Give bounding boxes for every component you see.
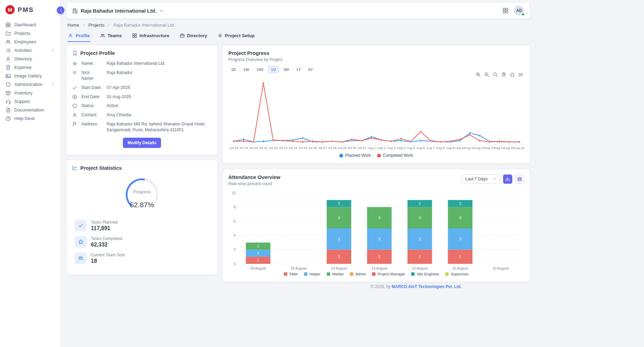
legend-marker bbox=[411, 272, 415, 276]
sidebar-item-label: Dashboard bbox=[14, 22, 55, 27]
svg-text:Jul 28: Jul 28 bbox=[328, 146, 336, 150]
profile-field-start-date: Start Date:07-Apr-2025 bbox=[72, 85, 212, 91]
tab-bar: ProfileTeamsInfrastructureDirectoryProje… bbox=[67, 31, 529, 42]
tab-profile[interactable]: Profile bbox=[67, 31, 91, 42]
progress-card-subtitle: Progress Overview by Project bbox=[228, 57, 524, 62]
range-button-1d[interactable]: 1D bbox=[228, 66, 239, 73]
tab-infrastructure[interactable]: Infrastructure bbox=[131, 31, 170, 42]
svg-text:Aug 5: Aug 5 bbox=[407, 146, 415, 150]
sidebar-item-documentation[interactable]: Documentation bbox=[0, 106, 60, 114]
zoom-in-icon[interactable] bbox=[476, 72, 481, 77]
svg-text:Aug 16: Aug 16 bbox=[514, 146, 524, 150]
bookmark-icon bbox=[72, 50, 78, 56]
legend-fitter[interactable]: Fitter bbox=[284, 272, 298, 276]
home-icon[interactable] bbox=[510, 72, 515, 77]
breadcrumb-item-home[interactable]: Home bbox=[67, 22, 79, 28]
svg-text:Aug 8: Aug 8 bbox=[436, 146, 445, 150]
legend-welder[interactable]: Welder bbox=[327, 272, 344, 276]
legend-helper[interactable]: Helper bbox=[304, 272, 320, 276]
attendance-bar-chart[interactable]: 024681011116 August15 August233114 Augus… bbox=[228, 189, 524, 271]
content-row: Project Profile Name:Raja Bahadur Intern… bbox=[67, 45, 530, 282]
help-icon bbox=[5, 116, 11, 121]
chevron-down-icon bbox=[493, 177, 497, 181]
sidebar-item-employees[interactable]: Employees bbox=[0, 37, 60, 46]
profile-fields: Name:Raja Bahadur International Ltd.Nick… bbox=[72, 61, 212, 133]
apps-grid-icon[interactable] bbox=[502, 7, 509, 14]
svg-text:3: 3 bbox=[459, 216, 461, 220]
stat-tasks-planned: Tasks Planned117,891 bbox=[75, 220, 212, 231]
svg-text:1: 1 bbox=[419, 201, 421, 206]
person-icon bbox=[72, 112, 77, 118]
sidebar-item-administration[interactable]: Administration bbox=[0, 80, 60, 89]
team-icon bbox=[75, 253, 86, 264]
table-view-toggle[interactable] bbox=[515, 175, 524, 184]
breadcrumb-item-projects[interactable]: Projects bbox=[88, 22, 104, 28]
svg-text:Aug 7: Aug 7 bbox=[426, 146, 435, 150]
svg-text:10: 10 bbox=[232, 191, 236, 195]
svg-text:Aug 14: Aug 14 bbox=[494, 146, 504, 150]
range-button-3m[interactable]: 3M bbox=[281, 66, 291, 73]
svg-text:3: 3 bbox=[338, 216, 340, 220]
sidebar-item-expense[interactable]: Expense bbox=[0, 63, 60, 72]
shield-icon bbox=[5, 82, 11, 87]
tab-project-setup[interactable]: Project Setup bbox=[217, 31, 255, 42]
legend-site-engineer[interactable]: Site Engineer bbox=[411, 272, 439, 276]
legend-supervisor[interactable]: Supervisor bbox=[445, 272, 469, 276]
legend-admin[interactable]: Admin bbox=[350, 272, 366, 276]
sidebar-item-label: Activities bbox=[14, 48, 47, 53]
footer-company-link[interactable]: MARCO AIoT Technologies Pvt. Ltd. bbox=[392, 284, 462, 289]
zoom-out-icon[interactable] bbox=[484, 72, 489, 77]
menu-icon[interactable] bbox=[518, 72, 524, 77]
chart-toolbar bbox=[476, 72, 524, 77]
sidebar-item-support[interactable]: Support bbox=[0, 97, 60, 106]
legend-label: Admin bbox=[355, 272, 366, 276]
receipt-icon bbox=[5, 65, 11, 70]
svg-text:Jul 26: Jul 26 bbox=[308, 146, 317, 150]
list-icon bbox=[5, 48, 11, 53]
tab-teams[interactable]: Teams bbox=[99, 31, 123, 42]
date-range-select[interactable]: Last 7 Days bbox=[462, 174, 500, 184]
sidebar-item-image-gallery[interactable]: Image Gallery bbox=[0, 72, 60, 80]
footer-text: © 2025, by bbox=[371, 284, 392, 289]
svg-text:3: 3 bbox=[459, 237, 461, 241]
sidebar-item-help-desk[interactable]: Help Desk bbox=[0, 114, 60, 123]
company-selector[interactable]: Raja Bahadur International Ltd. bbox=[72, 8, 164, 14]
field-value: Raja Bahadur bbox=[107, 70, 212, 81]
circle-x-icon bbox=[72, 94, 77, 100]
svg-text:3: 3 bbox=[378, 216, 380, 220]
range-button-1y[interactable]: 1Y bbox=[293, 66, 303, 73]
range-button-1m[interactable]: 1M bbox=[268, 66, 279, 73]
pan-icon[interactable] bbox=[501, 72, 506, 77]
legend-completed-work[interactable]: Completed Work bbox=[377, 153, 413, 158]
sidebar-item-dashboard[interactable]: Dashboard bbox=[0, 20, 60, 29]
range-button-1w[interactable]: 1W bbox=[241, 66, 252, 73]
app-logo[interactable]: M PMS bbox=[0, 0, 60, 18]
sidebar: M PMS DashboardProjectsEmployeesActiviti… bbox=[0, 0, 61, 347]
sidebar-item-projects[interactable]: Projects bbox=[0, 29, 60, 37]
sidebar-item-label: Directory bbox=[14, 56, 55, 61]
range-button-5y[interactable]: 5Y bbox=[306, 66, 316, 73]
svg-text:15 August: 15 August bbox=[291, 266, 307, 270]
breadcrumb: HomeProjectsRaja Bahadur International L… bbox=[67, 22, 529, 28]
legend-project-manager[interactable]: Project Manager bbox=[372, 272, 405, 276]
range-button-15d[interactable]: 15D bbox=[254, 66, 266, 73]
sidebar-item-inventory[interactable]: Inventory bbox=[0, 89, 60, 97]
tab-directory[interactable]: Directory bbox=[179, 31, 208, 42]
modify-details-button[interactable]: Modify Details bbox=[123, 138, 161, 148]
legend-planned-work[interactable]: Planned Work bbox=[339, 153, 371, 158]
search-icon[interactable] bbox=[493, 72, 498, 77]
sidebar-item-directory[interactable]: Directory bbox=[0, 55, 60, 63]
chart-view-toggle[interactable] bbox=[503, 175, 512, 184]
svg-text:1: 1 bbox=[257, 251, 259, 255]
logo-mark-icon: M bbox=[5, 5, 15, 14]
sidebar-item-activities[interactable]: Activities bbox=[0, 46, 60, 55]
sidebar-collapse-button[interactable] bbox=[57, 6, 64, 14]
progress-line-chart[interactable]: Jul 18Jul 19Jul 20Jul 21Jul 22Jul 23Jul … bbox=[228, 75, 524, 152]
tab-label: Project Setup bbox=[225, 33, 255, 38]
briefcase-icon bbox=[180, 33, 185, 38]
svg-text:Jul 25: Jul 25 bbox=[299, 146, 307, 150]
sidebar-item-label: Administration bbox=[14, 82, 47, 87]
avatar[interactable]: AD bbox=[514, 5, 524, 16]
footer: © 2025, by MARCO AIoT Technologies Pvt. … bbox=[67, 284, 530, 292]
profile-field-contact: Contact:Anuj Chordia bbox=[72, 112, 212, 118]
